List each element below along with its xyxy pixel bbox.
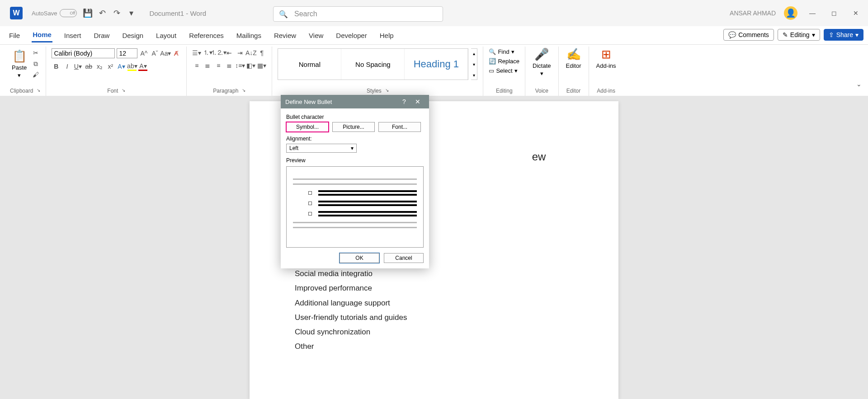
dictate-button[interactable]: 🎤 Dictate▾	[531, 47, 552, 78]
shrink-font-icon[interactable]: Aˇ	[150, 49, 159, 58]
group-styles: Normal No Spacing Heading 1 ▴ ▾ ▾ Styles…	[272, 47, 483, 96]
clipboard-launcher-icon[interactable]: ↘	[37, 88, 40, 94]
list-item: Additional language support	[295, 296, 573, 310]
format-painter-icon[interactable]: 🖌	[31, 70, 40, 79]
group-voice: 🎤 Dictate▾ Voice	[525, 47, 558, 96]
editor-button[interactable]: ✍ Editor	[564, 47, 583, 70]
list-item: Cloud synchronization	[295, 325, 573, 339]
group-editor: ✍ Editor Editor	[559, 47, 589, 96]
clear-formatting-icon[interactable]: A̸	[172, 49, 181, 58]
tab-view[interactable]: View	[308, 29, 324, 42]
align-center-icon[interactable]: ≣	[203, 61, 212, 70]
find-button[interactable]: 🔍 Find ▾	[489, 48, 514, 55]
styles-launcher-icon[interactable]: ↘	[385, 88, 389, 94]
multilevel-list-icon[interactable]: ⒈⒉▾	[214, 48, 223, 57]
share-button[interactable]: ⇪ Share ▾	[824, 29, 863, 41]
highlight-icon[interactable]: ab▾	[127, 62, 137, 71]
comments-button[interactable]: 💬 Comments	[723, 29, 774, 41]
addins-label: Add-ins	[597, 88, 615, 94]
bullets-icon[interactable]: ☰▾	[192, 48, 201, 57]
style-heading1[interactable]: Heading 1	[405, 49, 468, 80]
text-effects-icon[interactable]: A▾	[117, 62, 126, 71]
cut-icon[interactable]: ✂	[31, 48, 40, 57]
preview-box	[286, 166, 424, 248]
align-left-icon[interactable]: ≡	[192, 61, 201, 70]
paste-button[interactable]: 📋 Paste ▾	[10, 48, 28, 80]
tab-insert[interactable]: Insert	[63, 29, 82, 42]
undo-icon[interactable]: ↶	[98, 9, 107, 18]
shading-icon[interactable]: ◧▾	[246, 61, 255, 70]
addins-button[interactable]: ⊞ Add-ins	[594, 47, 618, 70]
dialog-help-icon[interactable]: ?	[397, 98, 411, 105]
subscript-icon[interactable]: x₂	[95, 62, 104, 71]
ribbon: 📋 Paste ▾ ✂ ⧉ 🖌 Clipboard ↘ A^ Aˇ Aa▾ A̸	[0, 44, 868, 96]
toggle-off-icon[interactable]: Off	[60, 9, 77, 17]
save-icon[interactable]: 💾	[83, 9, 92, 18]
style-normal[interactable]: Normal	[278, 49, 341, 80]
style-nospacing[interactable]: No Spacing	[341, 49, 405, 80]
grow-font-icon[interactable]: A^	[139, 49, 148, 58]
font-size-select[interactable]	[117, 48, 137, 58]
style-scroll-down-icon[interactable]: ▾	[473, 62, 475, 67]
customize-qat-icon[interactable]: ▾	[127, 9, 136, 18]
symbol-button[interactable]: Symbol...	[286, 122, 329, 132]
user-avatar[interactable]: 👤	[784, 6, 797, 20]
show-marks-icon[interactable]: ¶	[257, 48, 266, 57]
font-button[interactable]: Font...	[378, 122, 421, 132]
tab-mailings[interactable]: Mailings	[236, 29, 262, 42]
paragraph-launcher-icon[interactable]: ↘	[242, 88, 245, 94]
tab-help[interactable]: Help	[379, 29, 395, 42]
autosave-label: AutoSave	[32, 10, 57, 17]
search-icon: 🔍	[279, 10, 288, 19]
bullet-char-label: Bullet character	[286, 114, 424, 120]
define-new-bullet-dialog: Define New Bullet ? ✕ Bullet character S…	[281, 95, 429, 268]
tab-file[interactable]: File	[8, 29, 21, 42]
superscript-icon[interactable]: x²	[106, 62, 115, 71]
tab-layout[interactable]: Layout	[155, 29, 177, 42]
change-case-icon[interactable]: Aa▾	[161, 49, 170, 58]
line-spacing-icon[interactable]: ↕≡▾	[236, 61, 245, 70]
replace-button[interactable]: 🔄 Replace	[489, 58, 519, 65]
close-window-button[interactable]: ✕	[849, 6, 863, 20]
italic-icon[interactable]: I	[62, 62, 71, 71]
minimize-button[interactable]: —	[806, 6, 819, 20]
font-launcher-icon[interactable]: ↘	[122, 88, 125, 94]
user-name[interactable]: ANSAR AHMAD	[730, 9, 776, 17]
editing-mode-button[interactable]: ✎ Editing ▾	[778, 29, 820, 41]
style-expand-icon[interactable]: ▾	[473, 73, 475, 78]
list-item: Improved performance	[295, 281, 573, 296]
sort-icon[interactable]: A↓Z	[246, 48, 255, 57]
redo-icon[interactable]: ↷	[112, 9, 121, 18]
underline-icon[interactable]: U▾	[73, 62, 82, 71]
list-item: Other	[295, 339, 573, 354]
maximize-button[interactable]: ◻	[827, 6, 841, 20]
cancel-button[interactable]: Cancel	[384, 253, 424, 263]
copy-icon[interactable]: ⧉	[31, 59, 40, 68]
select-button[interactable]: ▭ Select ▾	[489, 67, 517, 74]
collapse-ribbon-icon[interactable]: ⌄	[856, 80, 862, 88]
tab-home[interactable]: Home	[32, 28, 52, 42]
tab-developer[interactable]: Developer	[335, 29, 368, 42]
dialog-close-icon[interactable]: ✕	[411, 98, 425, 105]
font-color-icon[interactable]: A▾	[138, 62, 147, 71]
style-gallery[interactable]: Normal No Spacing Heading 1	[278, 48, 468, 80]
justify-icon[interactable]: ≣	[225, 61, 234, 70]
align-right-icon[interactable]: ≡	[214, 61, 223, 70]
borders-icon[interactable]: ▦▾	[257, 61, 266, 70]
strikethrough-icon[interactable]: ab	[84, 62, 93, 71]
bold-icon[interactable]: B	[52, 62, 61, 71]
autosave-toggle[interactable]: AutoSave Off	[32, 9, 77, 17]
tab-review[interactable]: Review	[273, 29, 297, 42]
increase-indent-icon[interactable]: ⇥	[236, 48, 245, 57]
picture-button[interactable]: Picture...	[332, 122, 375, 132]
search-box[interactable]: 🔍 Search	[273, 6, 443, 22]
font-name-select[interactable]	[52, 48, 115, 58]
tab-design[interactable]: Design	[121, 29, 144, 42]
alignment-select[interactable]: Left▾	[286, 144, 357, 153]
tab-draw[interactable]: Draw	[93, 29, 110, 42]
tab-references[interactable]: References	[188, 29, 225, 42]
style-scroll-up-icon[interactable]: ▴	[473, 51, 475, 56]
decrease-indent-icon[interactable]: ⇤	[225, 48, 234, 57]
dialog-titlebar[interactable]: Define New Bullet ? ✕	[281, 95, 429, 108]
ok-button[interactable]: OK	[340, 253, 379, 263]
